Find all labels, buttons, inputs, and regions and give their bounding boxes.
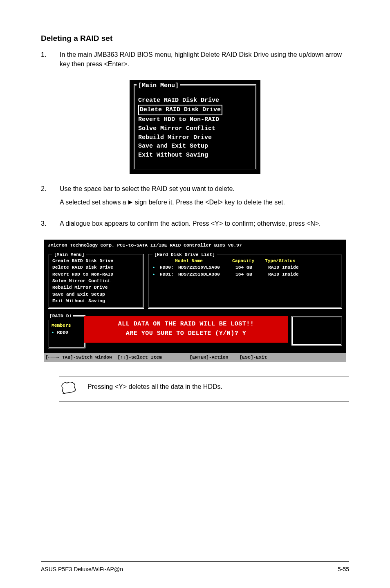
step-number: 3. (41, 219, 49, 232)
triangle-icon (128, 198, 133, 207)
table-header: Type/Status (265, 258, 296, 264)
bios-panel-title: [RAID Di (48, 313, 73, 319)
raid-member-row: ▸ RDD0 (52, 329, 82, 336)
table-row: ▸ HDD1: HDS722516DLA380 164 GB RAID Insi… (152, 271, 338, 278)
cell-capacity: 164 GB (235, 264, 264, 271)
footer-product: ASUS P5E3 Deluxe/WiFi-AP@n (41, 565, 123, 573)
bios-menu-item: Rebuild Mirror Drive (52, 284, 139, 291)
step-text-fragment: A selected set shows a (60, 199, 128, 206)
triangle-icon: ▸ (52, 330, 54, 335)
bios-menu-item: Delete RAID Disk Drive (52, 264, 139, 271)
dialog-text: ALL DATA ON THE RAID WILL BE LOST!! (84, 320, 288, 329)
step-number: 2. (41, 184, 49, 211)
section-heading: Deleting a RAID set (41, 33, 349, 44)
step-text: A dialogue box appears to confirm the ac… (60, 219, 349, 228)
step-text: Use the space bar to select the RAID set… (60, 184, 349, 193)
note-icon (61, 382, 77, 397)
bios-menu-item: Create RAID Disk Drive (138, 96, 252, 105)
cell-dev: HDD1: (160, 271, 174, 278)
bios-left-panel: [Main Menu] Create RAID Disk Drive Delet… (48, 254, 144, 309)
cell-type: RAID Inside (268, 264, 299, 271)
dialog-text: ARE YOU SURE TO DELETE (Y/N)? Y (84, 329, 288, 338)
step-number: 1. (41, 50, 49, 73)
note-text: Pressing <Y> deletes all the data in the… (87, 382, 222, 391)
bios-empty-panel (291, 316, 342, 346)
cell-dev: HDD0: (160, 264, 174, 271)
bios-menu-item: Revert HDD to Non-RAID (52, 271, 139, 278)
table-header: Model Name (175, 258, 228, 264)
bios-right-panel: [Hard Disk Drive List] Model Name Capaci… (148, 254, 342, 309)
table-header: Capacity (232, 258, 261, 264)
bios-raid-panel: [RAID Di Members ▸ RDD0 (48, 315, 85, 348)
step-text: In the main JMB363 RAID BIOS menu, highl… (60, 50, 349, 69)
bios-controller-title: JMicron Technology Corp. PCI-to-SATA II/… (48, 242, 342, 249)
bios-main-menu-screenshot: [Main Menu] Create RAID Disk Drive Delet… (130, 80, 260, 174)
step-text-fragment: sign before it. Press the <Del> key to d… (135, 199, 285, 206)
bios-menu-item: Save and Exit Setup (138, 142, 252, 151)
cell-capacity: 164 GB (235, 271, 264, 278)
triangle-icon: ▸ (152, 271, 156, 278)
step-text: A selected set shows a sign before it. P… (60, 197, 349, 207)
bios-menu-item: Solve Mirror Conflict (52, 278, 139, 284)
table-row: ▸ HDD0: HDS722516VLSA80 164 GB RAID Insi… (152, 264, 338, 271)
bios-menu-item: Solve Mirror Conflict (138, 124, 252, 133)
cell-type: RAID Inside (268, 271, 299, 278)
triangle-icon: ▸ (152, 264, 156, 271)
bios-menu-item: Rebuild Mirror Drive (138, 133, 252, 142)
bios-footer-hints: [←──→ TAB]-Switch Window [↑↓]-Select Ite… (44, 353, 346, 361)
bios-menu-item: Create RAID Disk Drive (52, 258, 139, 264)
svg-marker-0 (128, 200, 132, 204)
bios-menu-item: Exit Without Saving (138, 151, 252, 160)
cell-model: HDS722516VLSA80 (178, 264, 231, 271)
cell-model: HDS722516DLA380 (178, 271, 231, 278)
bios-confirm-dialog: ALL DATA ON THE RAID WILL BE LOST!! ARE … (84, 316, 288, 343)
bios-menu-item: Exit Without Saving (52, 298, 139, 304)
bios-panel-title: [Main Menu] (137, 81, 180, 90)
bios-full-screenshot: JMicron Technology Corp. PCI-to-SATA II/… (44, 240, 346, 361)
bios-menu-item: Save and Exit Setup (52, 291, 139, 298)
note-callout: Pressing <Y> deletes all the data in the… (59, 377, 349, 402)
bios-panel-title: [Main Menu] (52, 251, 86, 258)
footer-page-number: 5-55 (338, 565, 349, 573)
bios-menu-item: Revert HDD to Non-RAID (138, 115, 252, 124)
raid-member-name: RDD0 (57, 330, 68, 335)
bios-menu-item-selected: Delete RAID Disk Drive (138, 105, 222, 115)
bios-panel-title: [Hard Disk Drive List] (152, 251, 217, 258)
raid-members-label: Members (52, 322, 82, 329)
